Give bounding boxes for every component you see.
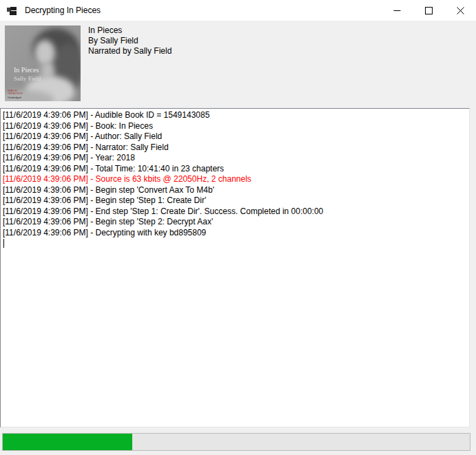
- app-window: Decrypting In Pieces: [0, 0, 476, 455]
- cover-author-text: Sally Field: [14, 75, 41, 82]
- log-entry: [11/6/2019 4:39:06 PM] - Year: 2018: [3, 153, 467, 164]
- log-entry: [11/6/2019 4:39:06 PM] - Begin step 'Ste…: [3, 217, 467, 228]
- log-entry: [11/6/2019 4:39:06 PM] - Decrypting with…: [3, 228, 467, 239]
- log-entry: [11/6/2019 4:39:06 PM] - Book: In Pieces: [3, 121, 467, 132]
- book-cover-art: In Pieces Sally Field READ BY THE AUTHOR…: [5, 25, 81, 101]
- book-author-line: By Sally Field: [88, 36, 172, 46]
- app-icon: [6, 5, 17, 16]
- log-textbox[interactable]: [11/6/2019 4:39:06 PM] - Audible Book ID…: [0, 108, 470, 427]
- progress-fill: [3, 434, 132, 450]
- log-entry: [11/6/2019 4:39:06 PM] - Begin step 'Con…: [3, 185, 467, 196]
- log-rows: [11/6/2019 4:39:06 PM] - Audible Book ID…: [3, 110, 467, 238]
- close-button[interactable]: [444, 0, 476, 21]
- cover-title-text: In Pieces: [14, 66, 39, 74]
- caret-line: [3, 238, 467, 249]
- log-entry: [11/6/2019 4:39:06 PM] - Audible Book ID…: [3, 110, 467, 121]
- cover-readby-line2: THE AUTHOR: [8, 92, 23, 95]
- log-entry: [11/6/2019 4:39:06 PM] - Source is 63 kb…: [3, 174, 467, 185]
- window-controls: [381, 0, 476, 21]
- cover-edition-text: Unabridged: [8, 96, 21, 99]
- book-title: In Pieces: [88, 25, 172, 36]
- minimize-button[interactable]: [381, 0, 413, 21]
- book-meta: In Pieces By Sally Field Narrated by Sal…: [88, 25, 172, 56]
- titlebar: Decrypting In Pieces: [0, 0, 476, 21]
- maximize-icon: [425, 7, 433, 14]
- log-entry: [11/6/2019 4:39:06 PM] - End step 'Step …: [3, 207, 467, 218]
- progress-bar: [2, 433, 470, 451]
- close-icon: [457, 7, 464, 14]
- window-title: Decrypting In Pieces: [25, 6, 101, 15]
- book-narrator-line: Narrated by Sally Field: [88, 46, 172, 56]
- log-entry: [11/6/2019 4:39:06 PM] - Begin step 'Ste…: [3, 195, 467, 207]
- log-entry: [11/6/2019 4:39:06 PM] - Total Time: 10:…: [3, 164, 467, 175]
- log-entry: [11/6/2019 4:39:06 PM] - Narrator: Sally…: [3, 142, 467, 154]
- text-caret: [3, 239, 4, 248]
- log-entry: [11/6/2019 4:39:06 PM] - Author: Sally F…: [3, 131, 467, 142]
- maximize-button[interactable]: [413, 0, 444, 21]
- minimize-icon: [393, 7, 401, 14]
